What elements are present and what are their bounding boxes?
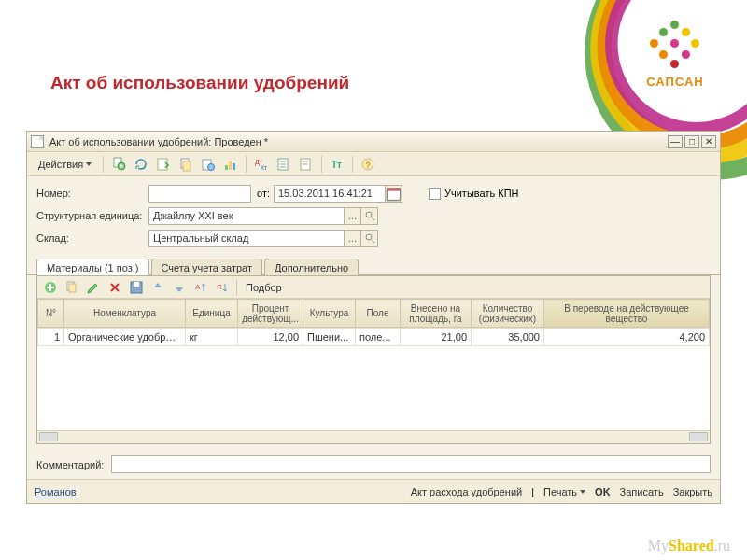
warehouse-label: Склад: xyxy=(36,232,148,244)
sort-asc-icon[interactable]: А xyxy=(191,278,210,297)
svg-rect-4 xyxy=(183,161,190,171)
kpn-label: Учитывать КПН xyxy=(444,188,519,199)
doc-list-icon[interactable] xyxy=(275,155,293,174)
table-row[interactable]: 1 Органические удобрения кг 12,00 Пшени.… xyxy=(38,329,710,346)
user-link[interactable]: Романов xyxy=(35,486,77,497)
app-window: Акт об использовании удобрений: Проведен… xyxy=(26,131,721,504)
number-field[interactable] xyxy=(148,185,251,203)
ok-button[interactable]: OK xyxy=(595,486,611,497)
svg-point-20 xyxy=(366,234,372,240)
date-picker-button[interactable] xyxy=(386,185,402,203)
svg-text:?: ? xyxy=(366,161,371,170)
col-culture[interactable]: Культура xyxy=(303,300,356,328)
print-button[interactable]: Печать xyxy=(543,486,585,497)
move-up-icon[interactable] xyxy=(148,278,167,297)
comment-label: Комментарий: xyxy=(36,459,111,470)
window-title: Акт об использовании удобрений: Проведен… xyxy=(49,136,666,147)
warehouse-lookup-button[interactable]: … xyxy=(345,230,361,247)
col-qty[interactable]: Количество (физических) xyxy=(472,300,544,328)
org-label: Структурная единица: xyxy=(36,210,148,221)
kpn-checkbox[interactable] xyxy=(429,188,441,200)
col-nomen[interactable]: Номенклатура xyxy=(64,300,186,328)
col-field[interactable]: Поле xyxy=(356,300,401,328)
maximize-button[interactable]: □ xyxy=(684,135,699,148)
tab-accounts[interactable]: Счета учета затрат xyxy=(151,259,262,275)
svg-text:Кт: Кт xyxy=(261,164,268,171)
new-icon[interactable] xyxy=(109,155,128,174)
org-lookup-button[interactable]: … xyxy=(345,207,361,225)
watermark: MyShared.ru xyxy=(648,538,730,554)
comment-field[interactable] xyxy=(111,455,711,473)
actions-label: Действия xyxy=(38,159,83,170)
svg-point-6 xyxy=(208,163,215,170)
save-row-icon[interactable] xyxy=(127,278,146,297)
col-unit[interactable]: Единица xyxy=(186,300,238,328)
copy-row-icon[interactable] xyxy=(63,278,81,297)
help-icon[interactable]: ? xyxy=(359,155,377,174)
report-icon[interactable] xyxy=(297,155,316,174)
warehouse-field[interactable] xyxy=(148,230,345,247)
page-title: Акт об использовании удобрений xyxy=(50,73,349,93)
main-toolbar: Действия ДтКт Tт ? xyxy=(27,152,720,176)
col-active[interactable]: В переводе на действующее вещество xyxy=(544,300,710,328)
chart-icon[interactable] xyxy=(221,155,240,174)
link-icon[interactable] xyxy=(199,155,218,174)
edit-row-icon[interactable] xyxy=(84,278,103,297)
col-n[interactable]: N° xyxy=(38,300,64,328)
close-button[interactable]: ✕ xyxy=(701,135,716,148)
sort-desc-icon[interactable]: Я xyxy=(213,278,232,297)
col-percent[interactable]: Процент действующ... xyxy=(238,300,303,328)
brand-logo: САПСАН xyxy=(642,21,708,89)
date-field[interactable] xyxy=(274,185,386,203)
warehouse-search-button[interactable] xyxy=(361,230,378,247)
svg-text:Я: Я xyxy=(217,283,222,291)
tt-icon[interactable]: Tт xyxy=(328,155,346,174)
materials-table: N° Номенклатура Единица Процент действую… xyxy=(37,299,710,328)
delete-row-icon[interactable] xyxy=(106,278,124,297)
chevron-down-icon xyxy=(580,490,585,494)
expense-act-button[interactable]: Акт расхода удобрений xyxy=(411,486,523,497)
org-search-button[interactable] xyxy=(361,207,378,225)
svg-rect-8 xyxy=(229,161,232,170)
document-icon xyxy=(31,135,44,148)
minimize-button[interactable]: — xyxy=(668,135,683,148)
ledger-icon[interactable]: ДтКт xyxy=(252,155,271,174)
from-label: от: xyxy=(251,188,274,199)
svg-text:Tт: Tт xyxy=(331,160,342,170)
close-window-button[interactable]: Закрыть xyxy=(673,486,712,497)
refresh-icon[interactable] xyxy=(132,155,150,174)
svg-rect-9 xyxy=(233,163,235,170)
svg-point-19 xyxy=(366,212,372,217)
tab-materials[interactable]: Материалы (1 поз.) xyxy=(36,259,149,275)
brand-text: САПСАН xyxy=(642,75,708,89)
svg-rect-18 xyxy=(387,188,400,190)
horizontal-scrollbar[interactable] xyxy=(37,430,710,443)
basis-icon[interactable] xyxy=(176,155,195,174)
actions-menu[interactable]: Действия xyxy=(33,157,97,172)
add-row-icon[interactable] xyxy=(41,278,60,297)
post-icon[interactable] xyxy=(154,155,173,174)
svg-rect-7 xyxy=(225,165,228,170)
col-applied[interactable]: Внесено на площадь, га xyxy=(401,300,472,328)
svg-rect-23 xyxy=(69,284,76,292)
org-field[interactable] xyxy=(148,207,345,225)
titlebar: Акт об использовании удобрений: Проведен… xyxy=(27,132,720,152)
select-button[interactable]: Подбор xyxy=(242,282,286,293)
move-down-icon[interactable] xyxy=(170,278,189,297)
number-label: Номер: xyxy=(36,188,148,199)
chevron-down-icon xyxy=(86,162,92,166)
tab-additional[interactable]: Дополнительно xyxy=(264,259,359,275)
save-button[interactable]: Записать xyxy=(620,486,664,497)
svg-rect-25 xyxy=(134,282,139,287)
svg-text:А: А xyxy=(195,283,201,291)
